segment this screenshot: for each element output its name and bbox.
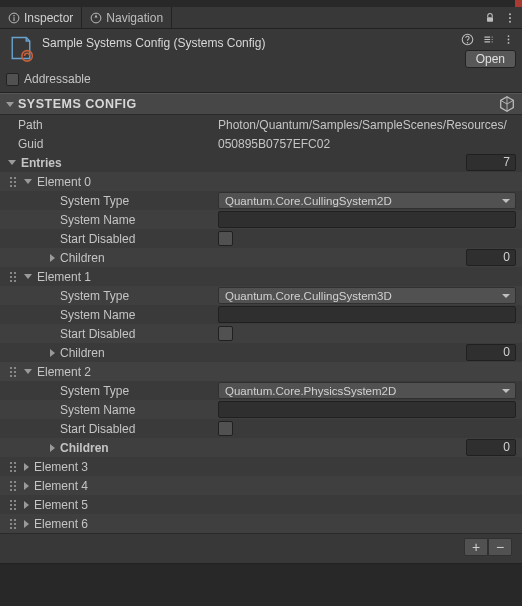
section-title: SYSTEMS CONFIG bbox=[18, 97, 137, 111]
foldout-icon[interactable] bbox=[6, 102, 14, 107]
foldout-icon[interactable] bbox=[50, 254, 55, 262]
drag-handle-icon[interactable] bbox=[10, 272, 18, 281]
start-disabled-checkbox[interactable] bbox=[218, 231, 233, 246]
system-type-row: System TypeQuantum.Core.CullingSystem3D bbox=[0, 286, 522, 305]
foldout-icon[interactable] bbox=[50, 349, 55, 357]
start-disabled-checkbox[interactable] bbox=[218, 421, 233, 436]
start-disabled-checkbox[interactable] bbox=[218, 326, 233, 341]
asset-header: Sample Systems Config (Systems Config) O… bbox=[0, 29, 522, 70]
package-icon[interactable] bbox=[498, 95, 516, 113]
svg-point-1 bbox=[13, 15, 15, 17]
addressable-row: Addressable bbox=[0, 70, 522, 93]
field-label: Children bbox=[60, 441, 109, 455]
svg-point-12 bbox=[508, 39, 510, 41]
addressable-checkbox[interactable] bbox=[6, 73, 19, 86]
kebab-menu-icon[interactable] bbox=[503, 33, 514, 46]
field-label: System Name bbox=[60, 213, 135, 227]
element-label: Element 0 bbox=[37, 175, 91, 189]
guid-value: 050895B0757EFC02 bbox=[218, 137, 330, 151]
field-label: System Name bbox=[60, 403, 135, 417]
tab-bar: Inspector Navigation bbox=[0, 7, 522, 29]
field-label: System Type bbox=[60, 194, 129, 208]
svg-rect-4 bbox=[487, 17, 493, 22]
add-button[interactable]: + bbox=[464, 538, 488, 556]
foldout-icon[interactable] bbox=[24, 369, 32, 374]
list-item[interactable]: Element 2 bbox=[0, 362, 522, 381]
svg-point-5 bbox=[509, 13, 511, 15]
open-button[interactable]: Open bbox=[465, 50, 516, 68]
foldout-icon[interactable] bbox=[24, 463, 29, 471]
path-label: Path bbox=[18, 118, 43, 132]
children-row: Children0 bbox=[0, 248, 522, 267]
drag-handle-icon[interactable] bbox=[10, 519, 18, 528]
list-footer: + − bbox=[0, 533, 522, 559]
asset-title: Sample Systems Config (Systems Config) bbox=[42, 33, 461, 50]
svg-point-6 bbox=[509, 17, 511, 19]
list-item[interactable]: Element 6 bbox=[0, 514, 522, 533]
field-label: Start Disabled bbox=[60, 232, 135, 246]
remove-button[interactable]: − bbox=[488, 538, 512, 556]
list-item[interactable]: Element 1 bbox=[0, 267, 522, 286]
list-item[interactable]: Element 3 bbox=[0, 457, 522, 476]
field-label: System Type bbox=[60, 384, 129, 398]
start-disabled-row: Start Disabled bbox=[0, 229, 522, 248]
foldout-icon[interactable] bbox=[24, 179, 32, 184]
list-item[interactable]: Element 4 bbox=[0, 476, 522, 495]
foldout-icon[interactable] bbox=[24, 274, 32, 279]
drag-handle-icon[interactable] bbox=[10, 500, 18, 509]
start-disabled-row: Start Disabled bbox=[0, 324, 522, 343]
svg-point-13 bbox=[508, 42, 510, 44]
section-header: SYSTEMS CONFIG bbox=[0, 93, 522, 115]
drag-handle-icon[interactable] bbox=[10, 462, 18, 471]
system-name-input[interactable] bbox=[218, 306, 516, 323]
path-row: Path Photon/Quantum/Samples/SampleScenes… bbox=[0, 115, 522, 134]
tab-label: Inspector bbox=[24, 11, 73, 25]
children-row: Children0 bbox=[0, 343, 522, 362]
drag-handle-icon[interactable] bbox=[10, 177, 18, 186]
system-name-row: System Name bbox=[0, 400, 522, 419]
svg-point-7 bbox=[509, 20, 511, 22]
scriptable-object-icon bbox=[6, 33, 36, 63]
entries-count[interactable]: 7 bbox=[466, 154, 516, 171]
foldout-icon[interactable] bbox=[50, 444, 55, 452]
addressable-label: Addressable bbox=[24, 72, 91, 86]
tab-inspector[interactable]: Inspector bbox=[0, 7, 82, 28]
tab-navigation[interactable]: Navigation bbox=[82, 7, 172, 28]
help-icon[interactable] bbox=[461, 33, 474, 46]
lock-icon[interactable] bbox=[484, 12, 496, 24]
guid-label: Guid bbox=[18, 137, 43, 151]
children-count[interactable]: 0 bbox=[466, 344, 516, 361]
system-type-dropdown[interactable]: Quantum.Core.PhysicsSystem2D bbox=[218, 382, 516, 399]
svg-rect-2 bbox=[13, 17, 14, 21]
system-name-row: System Name bbox=[0, 210, 522, 229]
presets-icon[interactable] bbox=[482, 33, 495, 46]
children-count[interactable]: 0 bbox=[466, 249, 516, 266]
guid-row: Guid 050895B0757EFC02 bbox=[0, 134, 522, 153]
drag-handle-icon[interactable] bbox=[10, 367, 18, 376]
children-count[interactable]: 0 bbox=[466, 439, 516, 456]
drag-handle-icon[interactable] bbox=[10, 481, 18, 490]
element-label: Element 1 bbox=[37, 270, 91, 284]
list-item[interactable]: Element 0 bbox=[0, 172, 522, 191]
field-label: System Type bbox=[60, 289, 129, 303]
system-name-row: System Name bbox=[0, 305, 522, 324]
foldout-icon[interactable] bbox=[8, 160, 16, 165]
system-name-input[interactable] bbox=[218, 401, 516, 418]
list-item[interactable]: Element 5 bbox=[0, 495, 522, 514]
system-type-dropdown[interactable]: Quantum.Core.CullingSystem3D bbox=[218, 287, 516, 304]
element-label: Element 2 bbox=[37, 365, 91, 379]
field-label: Start Disabled bbox=[60, 422, 135, 436]
system-type-row: System TypeQuantum.Core.CullingSystem2D bbox=[0, 191, 522, 210]
tab-label: Navigation bbox=[106, 11, 163, 25]
field-label: System Name bbox=[60, 308, 135, 322]
foldout-icon[interactable] bbox=[24, 482, 29, 490]
entries-label: Entries bbox=[21, 156, 62, 170]
system-name-input[interactable] bbox=[218, 211, 516, 228]
svg-point-10 bbox=[467, 42, 468, 43]
foldout-icon[interactable] bbox=[24, 501, 29, 509]
kebab-menu-icon[interactable] bbox=[504, 12, 516, 24]
element-label: Element 3 bbox=[34, 460, 88, 474]
foldout-icon[interactable] bbox=[24, 520, 29, 528]
inspector-body: Path Photon/Quantum/Samples/SampleScenes… bbox=[0, 115, 522, 567]
system-type-dropdown[interactable]: Quantum.Core.CullingSystem2D bbox=[218, 192, 516, 209]
